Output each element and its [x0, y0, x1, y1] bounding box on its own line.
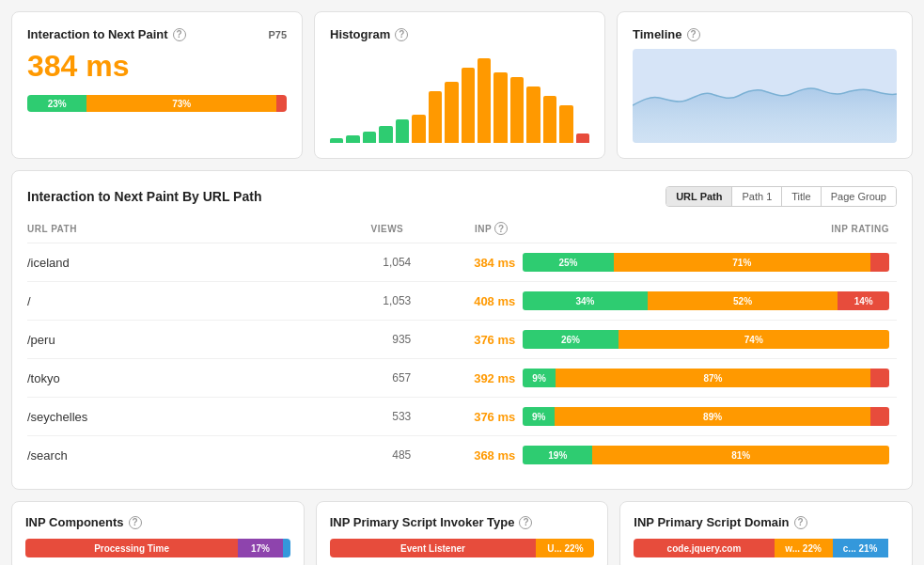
- table-body: /iceland1,054384 ms25%71%/1,053408 ms34%…: [27, 243, 897, 475]
- bottom-card-0: INP Components ?Processing Time17%: [11, 501, 305, 565]
- inp-value-cell: 384 ms: [418, 243, 523, 282]
- rating-cell: 25%71%: [523, 243, 897, 282]
- bottom-help-icon-0[interactable]: ?: [129, 516, 142, 529]
- rating-bar: 34%52%14%: [523, 291, 889, 310]
- rating-bar: 9%87%: [523, 369, 889, 387]
- timeline-help-icon[interactable]: ?: [687, 28, 700, 41]
- rating-segment: 81%: [592, 446, 889, 464]
- rating-cell: 34%52%14%: [523, 282, 897, 321]
- views-cell: 935: [332, 321, 419, 359]
- bottom-card-1: INP Primary Script Invoker Type ?Event L…: [316, 501, 609, 565]
- histogram-bar: [445, 82, 458, 143]
- histogram-bar: [526, 86, 540, 143]
- inp-value-cell: 408 ms: [418, 282, 523, 321]
- data-table: URL PATH VIEWS INP ? INP RATING /iceland…: [27, 218, 897, 474]
- rating-segment: 74%: [619, 330, 889, 349]
- bottom-bar-stack-0: Processing Time17%: [25, 539, 290, 557]
- bottom-segment: code.jquery.com: [634, 539, 774, 557]
- url-path-cell: /peru: [27, 321, 332, 359]
- tab-btn-url-path[interactable]: URL Path: [666, 187, 732, 206]
- tab-btn-title[interactable]: Title: [782, 187, 821, 206]
- views-cell: 485: [332, 436, 419, 475]
- inp-col-help-icon[interactable]: ?: [494, 222, 508, 235]
- inp-bar-segment: [276, 95, 287, 112]
- rating-segment: [870, 369, 889, 387]
- rating-cell: 9%89%: [523, 398, 897, 436]
- rating-segment: [870, 253, 889, 272]
- rating-segment: 19%: [523, 446, 592, 464]
- rating-cell: 9%87%: [523, 359, 897, 398]
- bottom-segment: [283, 539, 290, 557]
- col-header-rating: INP RATING: [523, 218, 897, 243]
- bottom-segment: c... 21%: [833, 539, 888, 557]
- inp-help-icon[interactable]: ?: [173, 28, 186, 41]
- bottom-segment: U... 22%: [536, 539, 594, 557]
- bottom-help-icon-1[interactable]: ?: [519, 516, 532, 529]
- rating-segment: 89%: [555, 407, 870, 426]
- inp-card-title: Interaction to Next Paint ?: [27, 27, 186, 41]
- histogram-bar: [510, 77, 524, 143]
- url-path-cell: /seychelles: [27, 398, 332, 436]
- inp-value-cell: 368 ms: [418, 436, 523, 475]
- tab-btn-path-1[interactable]: Path 1: [732, 187, 782, 206]
- table-row: /peru935376 ms26%74%: [27, 321, 897, 359]
- tab-btn-page-group[interactable]: Page Group: [822, 187, 896, 206]
- rating-bar: 19%81%: [523, 446, 889, 464]
- views-cell: 533: [332, 398, 419, 436]
- table-row: /tokyo657392 ms9%87%: [27, 359, 897, 398]
- bottom-segment: w... 22%: [775, 539, 833, 557]
- histogram-bar: [330, 138, 343, 143]
- inp-value-cell: 392 ms: [418, 359, 523, 398]
- histogram-bar: [559, 105, 572, 143]
- url-path-cell: /: [27, 282, 332, 321]
- table-row: /1,053408 ms34%52%14%: [27, 282, 897, 321]
- histogram-bar: [576, 133, 589, 143]
- inp-value-cell: 376 ms: [418, 321, 523, 359]
- rating-segment: 71%: [614, 253, 870, 272]
- histogram-bar: [543, 96, 556, 143]
- rating-segment: 26%: [523, 330, 618, 349]
- histogram-bar: [379, 126, 392, 143]
- bottom-bar-stack-1: Event ListenerU... 22%: [330, 539, 595, 557]
- histogram-card: Histogram ?: [314, 11, 605, 159]
- tab-group: URL PathPath 1TitlePage Group: [666, 186, 897, 207]
- main-card-header: Interaction to Next Paint By URL Path UR…: [27, 186, 897, 207]
- url-path-cell: /search: [27, 436, 332, 475]
- histogram-bar: [493, 72, 507, 143]
- p75-badge: P75: [268, 29, 287, 40]
- bottom-help-icon-2[interactable]: ?: [794, 516, 807, 529]
- table-row: /search485368 ms19%81%: [27, 436, 897, 475]
- rating-segment: 52%: [648, 291, 838, 310]
- inp-value-cell: 376 ms: [418, 398, 523, 436]
- inp-header: Interaction to Next Paint ? P75: [27, 27, 287, 41]
- rating-cell: 19%81%: [523, 436, 897, 475]
- bottom-card-title-0: INP Components ?: [25, 515, 290, 529]
- bottom-segment: Processing Time: [25, 539, 238, 557]
- timeline-svg: [633, 49, 897, 143]
- views-cell: 1,054: [332, 243, 419, 282]
- rating-cell: 26%74%: [523, 321, 897, 359]
- bottom-row: INP Components ?Processing Time17%INP Pr…: [11, 501, 913, 565]
- timeline-chart: [633, 49, 897, 143]
- inp-card: Interaction to Next Paint ? P75 384 ms 2…: [11, 11, 303, 159]
- url-path-cell: /iceland: [27, 243, 332, 282]
- bottom-segment: Event Listener: [330, 539, 537, 557]
- bottom-card-title-2: INP Primary Script Domain ?: [634, 515, 899, 529]
- rating-bar: 9%89%: [523, 407, 889, 426]
- main-table-card: Interaction to Next Paint By URL Path UR…: [11, 170, 913, 490]
- rating-segment: [870, 407, 889, 426]
- histogram-title-text: Histogram: [330, 27, 390, 41]
- histogram-bar: [363, 132, 376, 143]
- col-header-views: VIEWS: [332, 218, 419, 243]
- bottom-card-title-1: INP Primary Script Invoker Type ?: [330, 515, 595, 529]
- bottom-segment: 17%: [238, 539, 283, 557]
- histogram-help-icon[interactable]: ?: [395, 28, 408, 41]
- rating-segment: 9%: [523, 407, 555, 426]
- main-card-title: Interaction to Next Paint By URL Path: [27, 189, 261, 204]
- bottom-title-text-1: INP Primary Script Invoker Type: [330, 515, 515, 529]
- col-header-inp: INP ?: [418, 218, 523, 243]
- rating-segment: 87%: [556, 369, 870, 387]
- histogram-bar: [429, 91, 442, 143]
- inp-col-label: INP: [475, 224, 492, 234]
- histogram-title: Histogram ?: [330, 27, 589, 41]
